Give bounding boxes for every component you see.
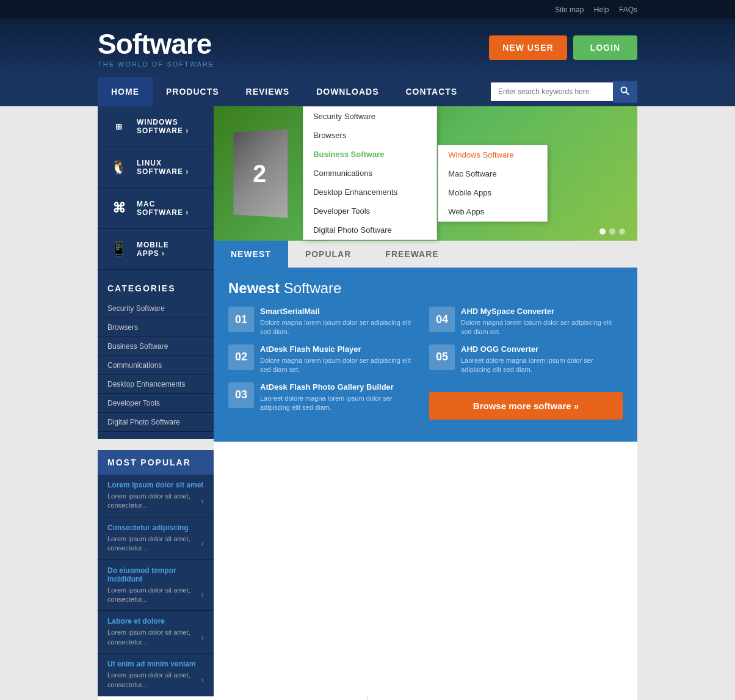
popular-item-title-5[interactable]: Ut enim ad minim veniam xyxy=(107,660,204,668)
popular-arrow-1: › xyxy=(201,495,204,508)
tabs-section: NEWEST POPULAR FREEWARE xyxy=(214,241,637,268)
popular-item-title-4[interactable]: Labore et dolore xyxy=(107,617,204,625)
browse-more-button[interactable]: Browse more software » xyxy=(429,392,623,420)
dropdown-developer[interactable]: Developer Tools xyxy=(303,202,436,221)
tabs: NEWEST POPULAR FREEWARE xyxy=(214,241,637,268)
slide-dot-3[interactable] xyxy=(619,228,625,235)
dropdown-business[interactable]: Business Software xyxy=(303,145,436,164)
nav-reviews[interactable]: REVIEWS xyxy=(233,77,303,106)
search-icon xyxy=(620,86,630,96)
category-browsers[interactable]: Browsers xyxy=(98,318,214,337)
logo: Software THE WORLD OF SOFTWARE xyxy=(98,27,214,68)
search-button[interactable] xyxy=(613,81,637,103)
category-communications[interactable]: Communications xyxy=(98,356,214,375)
subdropdown-windows[interactable]: Windows Software xyxy=(438,145,547,164)
mobile-icon: 📱 xyxy=(107,238,131,261)
sidebar-nav: ⊞ WINDOWSSOFTWARE › 🐧 LINUXSOFTWARE › ⌘ … xyxy=(98,106,214,270)
faqs-link[interactable]: FAQs xyxy=(619,5,637,14)
search-box xyxy=(491,81,637,103)
popular-item-title-2[interactable]: Consectetur adipiscing xyxy=(107,523,204,532)
login-button[interactable]: LOGIN xyxy=(573,35,637,60)
popular-item-1: Lorem ipsum dolor sit amet Lorem ipsum d… xyxy=(98,475,214,517)
windows-icon: ⊞ xyxy=(107,115,131,138)
popular-item-desc-2: Lorem ipsum dolor sit amet, consectetur.… xyxy=(107,534,204,553)
slide-dot-1[interactable] xyxy=(599,228,606,235)
newest-info-3: AtDesk Flash Photo Gallery Builder Laore… xyxy=(260,382,422,429)
newest-info-2: AtDesk Flash Music Player Dolore magna l… xyxy=(260,345,422,375)
sidebar-mobile[interactable]: 📱 MOBILEAPPS › xyxy=(98,229,214,270)
most-popular-title: MOST POPULAR xyxy=(98,450,214,475)
newest-name-5[interactable]: AHD OGG Converter xyxy=(461,345,623,354)
help-link[interactable]: Help xyxy=(594,5,609,14)
browse-btn-container: Browse more software » xyxy=(429,382,623,429)
newest-num-1: 01 xyxy=(228,307,254,332)
category-security[interactable]: Security Software xyxy=(98,299,214,318)
nav-downloads[interactable]: DOWNLOADS xyxy=(303,77,392,106)
subdropdown-mac[interactable]: Mac Software xyxy=(438,164,547,183)
svg-line-1 xyxy=(626,92,629,95)
newest-name-3[interactable]: AtDesk Flash Photo Gallery Builder xyxy=(260,382,422,392)
subdropdown-web[interactable]: Web Apps xyxy=(438,202,547,221)
sidebar-divider xyxy=(98,439,214,444)
popular-item-title-3[interactable]: Do eiusmod tempor incididunt xyxy=(107,566,204,583)
nav-downloads-wrapper: DOWNLOADS Security Software Browsers Bus… xyxy=(303,77,392,106)
sidebar: ⊞ WINDOWSSOFTWARE › 🐧 LINUXSOFTWARE › ⌘ … xyxy=(98,106,214,696)
most-popular-section: MOST POPULAR Lorem ipsum dolor sit amet … xyxy=(98,450,214,696)
linux-icon: 🐧 xyxy=(107,156,131,179)
tab-popular[interactable]: POPULAR xyxy=(288,241,368,268)
sidebar-linux[interactable]: 🐧 LINUXSOFTWARE › xyxy=(98,147,214,188)
featured-software: Featured Software Dw Adobe Dreamweaver® … xyxy=(98,696,368,700)
sidebar-windows[interactable]: ⊞ WINDOWSSOFTWARE › xyxy=(98,106,214,147)
newest-info-4: AHD MySpace Converter Dolore magna lorem… xyxy=(461,307,623,337)
hero-product-box: 2 xyxy=(233,129,288,218)
popular-arrow-3: › xyxy=(201,589,204,601)
category-developer[interactable]: Developer Tools xyxy=(98,394,214,413)
categories-section: CATEGORIES Security Software Browsers Bu… xyxy=(98,270,214,439)
nav-contacts[interactable]: CONTACTS xyxy=(392,77,471,106)
newest-name-2[interactable]: AtDesk Flash Music Player xyxy=(260,345,422,354)
newest-num-5: 05 xyxy=(429,345,455,370)
newest-section: Newest Software 01 SmartSerialMail Dolor… xyxy=(214,268,637,442)
slide-dot-2[interactable] xyxy=(609,228,615,235)
newest-num-4: 04 xyxy=(429,307,455,332)
newest-name-4[interactable]: AHD MySpace Converter xyxy=(461,307,623,316)
subdropdown-mobile[interactable]: Mobile Apps xyxy=(438,183,547,202)
newest-desc-1: Dolore magna lorem ipsum dolor ser adipi… xyxy=(260,318,422,337)
dropdown-photo[interactable]: Digital Photo Software xyxy=(303,221,436,239)
dropdown-browsers[interactable]: Browsers xyxy=(303,126,436,145)
newest-grid: 01 SmartSerialMail Dolore magna lorem ip… xyxy=(228,307,623,429)
popular-item-desc-5: Lorem ipsum dolor sit amet, consectetur.… xyxy=(107,671,204,690)
search-input[interactable] xyxy=(491,82,613,101)
sidebar-mac[interactable]: ⌘ MACSOFTWARE › xyxy=(98,188,214,229)
category-business[interactable]: Business Software xyxy=(98,337,214,356)
dropdown-desktop[interactable]: Desktop Enhancements xyxy=(303,183,436,202)
nav-products[interactable]: PRODUCTS xyxy=(153,77,233,106)
dropdown-security[interactable]: Security Software xyxy=(303,107,436,126)
latest-news: Latest News October 28th, 2010 Dolore ma… xyxy=(368,696,637,700)
popular-item-4: Labore et dolore Lorem ipsum dolor sit a… xyxy=(98,611,214,654)
popular-item-2: Consectetur adipiscing Lorem ipsum dolor… xyxy=(98,517,214,560)
tab-freeware[interactable]: FREEWARE xyxy=(368,241,455,268)
nav-home[interactable]: HOME xyxy=(98,77,153,106)
popular-item-desc-3: Lorem ipsum dolor sit amet, consectetur.… xyxy=(107,586,204,605)
newest-item-1: 01 SmartSerialMail Dolore magna lorem ip… xyxy=(228,307,422,337)
popular-item-5: Ut enim ad minim veniam Lorem ipsum dolo… xyxy=(98,654,214,696)
dropdown-communications[interactable]: Communications xyxy=(303,164,436,183)
dropdown-business-container: Business Software Windows Software Mac S… xyxy=(303,145,436,164)
slide-dots xyxy=(599,228,625,235)
logo-title: Software xyxy=(98,27,214,60)
site-map-link[interactable]: Site map xyxy=(555,5,584,14)
mac-label: MACSOFTWARE › xyxy=(137,200,189,217)
category-desktop[interactable]: Desktop Enhancements xyxy=(98,375,214,394)
new-user-button[interactable]: NEW USER xyxy=(489,35,567,60)
newest-name-1[interactable]: SmartSerialMail xyxy=(260,307,422,316)
newest-info-5: AHD OGG Converter Laoreet dolore magna l… xyxy=(461,345,623,375)
tab-newest[interactable]: NEWEST xyxy=(214,241,288,268)
popular-item-title-1[interactable]: Lorem ipsum dolor sit amet xyxy=(107,481,204,489)
newest-info-1: SmartSerialMail Dolore magna lorem ipsum… xyxy=(260,307,422,337)
newest-desc-4: Dolore magna lorem ipsum dolor ser adipi… xyxy=(461,318,623,337)
logo-subtitle: THE WORLD OF SOFTWARE xyxy=(98,60,214,68)
navigation: HOME PRODUCTS REVIEWS DOWNLOADS Security… xyxy=(0,77,735,106)
newest-item-2: 02 AtDesk Flash Music Player Dolore magn… xyxy=(228,345,422,375)
category-photo[interactable]: Digital Photo Software xyxy=(98,413,214,432)
